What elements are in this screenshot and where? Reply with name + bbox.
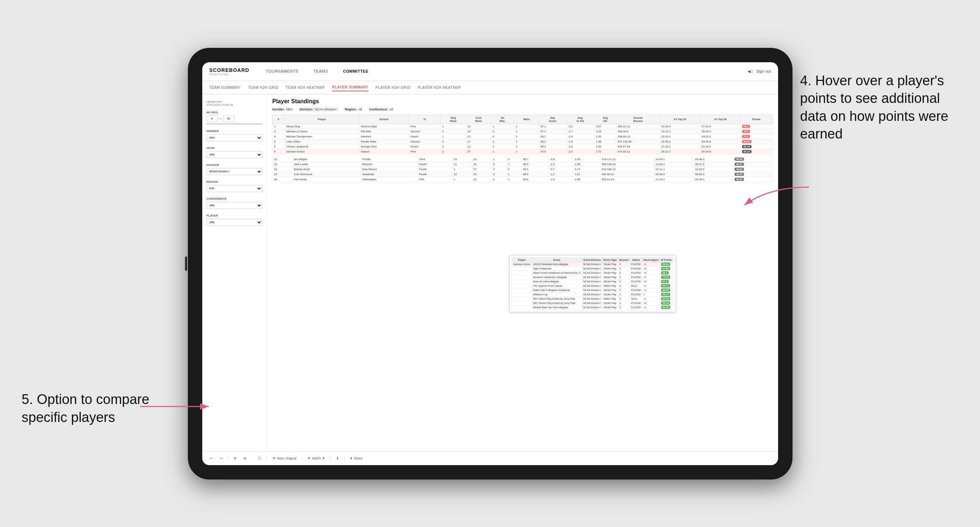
tablet-frame: SCOREBOARD Powered by clipp TOURNAMENTS … — [188, 48, 792, 479]
filter-division: Division: NCAA Division I — [300, 108, 338, 111]
tablet-side-button — [185, 257, 187, 271]
points-badge[interactable]: 60.49 — [742, 145, 751, 148]
points-badge[interactable]: 58.18 — [742, 150, 751, 153]
tooltip-row: Williams Cup NCAA Division I Stroke Play… — [512, 292, 673, 297]
filter-region: Region: All — [345, 108, 362, 111]
sidebar-conference: Conference (All) — [207, 197, 262, 209]
toolbar-separator-2: · — [251, 457, 253, 460]
points-badge[interactable]: 40.02 — [735, 168, 744, 171]
download-button[interactable]: ⬇ — [334, 456, 341, 461]
sub-nav-player-summary[interactable]: PLAYER SUMMARY — [332, 84, 369, 91]
sidebar-gender-label: Gender — [207, 130, 262, 133]
col-player: Player — [285, 115, 359, 124]
points-badge[interactable]: 76.3 — [742, 130, 750, 133]
w-points-badge[interactable]: 66.40 — [661, 306, 670, 309]
tooltip-col-wpoints: W Points — [660, 257, 673, 262]
tooltip-col-player: Player — [512, 257, 531, 262]
points-badge[interactable]: 70.2 — [742, 135, 750, 138]
sidebar-year-label: Year — [207, 146, 262, 150]
sub-nav-player-h2h-heatmap[interactable]: PLAYER H2H HEATMAP — [417, 84, 461, 91]
sub-nav-team-h2h-heatmap[interactable]: TEAM H2H HEATMAP — [286, 84, 325, 91]
w-points-badge[interactable]: 73.23 — [661, 276, 670, 279]
sidebar-player: Player (All) — [207, 214, 262, 226]
col-points: Points — [741, 115, 772, 124]
year-select[interactable]: (All) — [207, 151, 262, 158]
w-points-badge[interactable]: 46.7 — [661, 271, 669, 275]
sign-out-link[interactable]: Sign out — [756, 69, 770, 73]
table-row: 4 Luke Claton Florida State Second 5 27 … — [272, 139, 772, 144]
settings-button[interactable]: ⚙ — [231, 456, 239, 461]
col-avg-sg: AvgSG — [594, 115, 616, 124]
view-icon: 👁 — [272, 457, 276, 460]
points-badge[interactable]: 38.49 — [735, 178, 744, 181]
sub-nav-team-h2h-grid[interactable]: TEAM H2H GRID — [248, 84, 278, 91]
w-points-badge[interactable]: 67.9 — [661, 280, 669, 283]
col-avg-to-par: Avg.to Par — [566, 115, 594, 124]
copy-button[interactable]: ⊞ — [242, 456, 249, 461]
no-rds-slider[interactable] — [207, 124, 262, 124]
region-select[interactable]: N/A — [207, 185, 262, 192]
player-select[interactable]: (All) — [207, 219, 262, 226]
undo-button[interactable]: ↩ — [208, 456, 215, 461]
table-header-row: # Player School Yr RegRank ConfRank NoRd… — [272, 115, 772, 124]
nav-right: ◀ | Sign out — [748, 69, 770, 74]
nav-bar: SCOREBOARD Powered by clipp TOURNAMENTS … — [202, 62, 778, 81]
points-badge[interactable]: 88.2 — [742, 125, 750, 128]
col-overall: OverallRecord — [616, 115, 660, 124]
col-vs-top50: Vs Top 50 — [700, 115, 740, 124]
clock-button[interactable]: 🕐 — [255, 456, 263, 461]
sidebar-gender: Gender Men — [207, 130, 262, 141]
points-badge[interactable]: 38.95 — [735, 173, 744, 176]
w-points-badge[interactable]: 53.60 — [661, 267, 670, 270]
tablet-screen: SCOREBOARD Powered by clipp TOURNAMENTS … — [202, 62, 778, 465]
redo-button[interactable]: ↪ — [218, 456, 225, 461]
w-points-badge[interactable]: 56.18 — [661, 302, 670, 305]
nav-teams[interactable]: TEAMS — [311, 68, 330, 75]
logo-title: SCOREBOARD — [210, 67, 250, 73]
col-num: # — [272, 115, 285, 124]
no-rds-to-input[interactable] — [223, 116, 234, 122]
table-title: Player Standings — [272, 98, 773, 105]
toolbar-separator-5: | — [330, 457, 331, 460]
sidebar-player-label: Player — [207, 214, 262, 217]
share-button[interactable]: ⬆ Share — [348, 456, 364, 461]
nav-committee[interactable]: COMMITTEE — [341, 68, 371, 75]
tooltip-row: Fallen Oak Collegiate Invitational NCAA … — [512, 288, 673, 292]
w-points-badge[interactable]: 25.38 — [661, 297, 670, 300]
tooltip-col-rounds: Rounds — [618, 257, 630, 262]
col-reg-rank: RegRank — [441, 115, 466, 124]
table-row: 26 Petr Hruby Washington Fifth 1 23 0 1 … — [272, 177, 772, 182]
sidebar-no-rds-label: No Rds. — [207, 111, 262, 114]
nav-divider: ◀ | — [748, 69, 752, 74]
sub-nav: TEAM SUMMARY TEAM H2H GRID TEAM H2H HEAT… — [202, 81, 778, 95]
table-area: Player Standings Gender: Men Division: N… — [267, 95, 778, 451]
nav-tournaments[interactable]: TOURNAMENTS — [264, 68, 301, 75]
points-badge[interactable]: 40.58 — [735, 157, 744, 161]
logo-subtitle: Powered by clipp — [210, 73, 250, 76]
w-points-badge[interactable]: 24.11 — [661, 284, 670, 287]
tooltip-popup: Player Event Event Division Event Type R… — [509, 255, 676, 312]
tooltip-row: The Cypress Point Classic NCAA Division … — [512, 284, 673, 288]
w-points-badge[interactable]: 30.47 — [661, 293, 670, 296]
watch-button[interactable]: 👁 Watch ▼ — [305, 456, 327, 461]
view-original-button[interactable]: 👁 View: Original — [270, 456, 299, 461]
points-badge[interactable]: 40.27 — [735, 163, 744, 166]
conference-select[interactable]: (All) — [207, 202, 262, 209]
table-row: 1 Wenyi Ding Arizona State First 1 15 1 … — [272, 124, 772, 129]
tooltip-row: SEC Stroke Play hosted by Jerry Pate NCA… — [512, 301, 673, 305]
division-select[interactable]: NCAA Division I — [207, 168, 262, 175]
sidebar-no-rds-range: — — [207, 116, 262, 122]
sub-nav-team-summary[interactable]: TEAM SUMMARY — [210, 84, 241, 91]
no-rds-from-input[interactable] — [207, 116, 217, 122]
gender-select[interactable]: Men — [207, 134, 262, 141]
sub-nav-player-h2h-grid[interactable]: PLAYER H2H GRID — [376, 84, 410, 91]
sidebar-region: Region N/A — [207, 180, 262, 192]
w-points-badge[interactable]: 46.50 — [661, 289, 670, 292]
table-row: 2 Michael La Sasso Ole Miss Second 1 18 … — [272, 129, 772, 134]
points-badge[interactable]: 68.94 — [742, 140, 751, 143]
w-points-badge[interactable]: 65.64 — [661, 263, 670, 266]
share-icon: ⬆ — [350, 457, 353, 460]
toolbar-separator-1: | — [228, 457, 229, 460]
watch-icon: 👁 — [307, 457, 310, 460]
sidebar-no-rds: No Rds. — — [207, 111, 262, 124]
